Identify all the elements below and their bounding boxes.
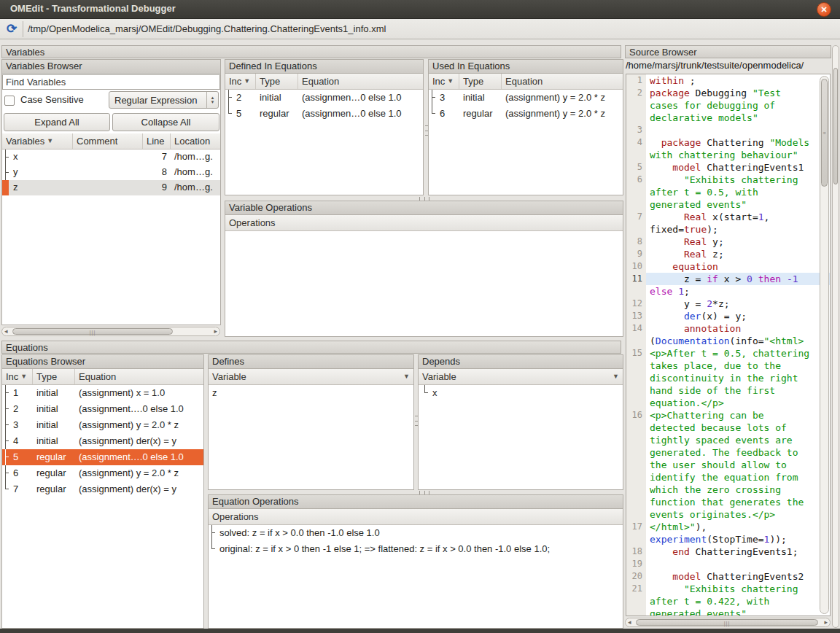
source-line: 9 Real z;	[626, 248, 830, 260]
defined-in-equations-panel: Defined In Equations Inc▼ Type Equation …	[225, 59, 424, 195]
source-line: tightly spaced events are	[626, 434, 830, 446]
defined-in-title: Defined In Equations	[225, 60, 423, 74]
source-code-area[interactable]: 1within ;2package Debugging "Testcases f…	[626, 74, 831, 616]
tree-branch-icon	[209, 525, 216, 541]
source-line: else 1;	[626, 285, 830, 298]
source-line: 2package Debugging "Test	[626, 87, 830, 99]
window-bottom-edge	[0, 629, 840, 633]
variable-operations-panel: Variable Operations Operations	[225, 201, 623, 337]
toolbar-separator	[23, 21, 23, 37]
source-line: hand side of the first	[626, 384, 830, 397]
tree-branch-icon	[2, 149, 9, 165]
variables-hscrollbar[interactable]: ◂ ||| ▸	[1, 327, 220, 336]
equations-rows: 1initial(assignment) x = 1.02initial(ass…	[2, 385, 203, 497]
source-line: generated events"	[626, 607, 830, 616]
defined-in-rows: 2initial(assignmen…0 else 1.05regular(as…	[225, 90, 423, 122]
defines-panel: Defines Variable▼ z	[208, 354, 414, 490]
source-line: generated. The feedback to	[626, 446, 830, 459]
source-line: 10 equation	[626, 260, 830, 273]
table-row[interactable]: 6regular(assignment) y = 2.0 * z	[429, 106, 623, 122]
variables-group-header: Variables	[1, 45, 621, 58]
source-hscrollbar[interactable]: ◂ ||| ▸	[625, 618, 831, 627]
defines-column-header[interactable]: Variable▼	[209, 369, 413, 385]
refresh-icon[interactable]: ⟳	[4, 21, 20, 37]
source-line: 12 y = 2*z;	[626, 298, 830, 310]
titlebar[interactable]: OMEdit - Transformational Debugger ✕	[0, 0, 840, 19]
table-row[interactable]: 6regular(assignment) y = 2.0 * z	[2, 465, 203, 481]
table-row[interactable]: 4initial(assignment) der(x) = y	[2, 433, 203, 449]
equations-column-header[interactable]: Inc▼ Type Equation	[2, 369, 203, 385]
tree-branch-icon	[2, 433, 9, 449]
case-sensitive-label[interactable]: Case Sensitive	[20, 94, 84, 105]
source-line: which the zero crossing	[626, 484, 830, 496]
source-line: identify the equation from	[626, 471, 830, 484]
depends-title: Depends	[419, 355, 623, 369]
search-mode-spinner[interactable]: Regular Expression ▲▼	[109, 91, 219, 109]
table-row[interactable]: 3initial(assignment) y = 2.0 * z	[429, 90, 623, 106]
source-line: fixed=true);	[626, 223, 830, 236]
variables-column-header[interactable]: Variables▼ Comment Line Location	[2, 133, 220, 149]
source-code-lines: 1within ;2package Debugging "Testcases f…	[626, 74, 830, 616]
equations-group-header: Equations	[1, 341, 621, 354]
spinner-arrows-icon[interactable]: ▲▼	[206, 92, 218, 108]
close-button[interactable]: ✕	[817, 2, 831, 17]
tree-branch-icon	[2, 417, 9, 433]
table-row[interactable]: z9/hom…g.	[2, 180, 220, 195]
defined-in-column-header[interactable]: Inc▼ Type Equation	[225, 74, 423, 90]
expand-all-button[interactable]: Expand All	[4, 113, 110, 131]
table-row[interactable]: z	[209, 385, 413, 401]
variable-operations-column[interactable]: Operations	[225, 215, 623, 230]
sort-arrow-icon: ▼	[612, 369, 619, 384]
tree-branch-icon	[2, 401, 9, 417]
equation-operations-column[interactable]: Operations	[209, 509, 623, 524]
collapse-all-button[interactable]: Collapse All	[112, 113, 219, 131]
source-line: after t = 0.422, with	[626, 595, 830, 607]
source-vscrollbar[interactable]: ≡	[820, 76, 829, 614]
source-line: 7 Real x(start=1,	[626, 211, 830, 223]
source-line: declarative models"	[626, 112, 830, 124]
omedit-window: OMEdit - Transformational Debugger ✕ ⟳ /…	[0, 0, 840, 633]
window-vscrollbar[interactable]	[832, 45, 839, 628]
vertical-splitter-grip[interactable]	[415, 416, 418, 426]
table-row[interactable]: 2initial(assignmen…0 else 1.0	[225, 90, 423, 106]
source-line: 17</html>"),	[626, 521, 830, 533]
source-line: cases for debugging of	[626, 99, 830, 112]
case-sensitive-checkbox[interactable]	[4, 96, 15, 106]
sort-arrow-icon: ▼	[447, 74, 454, 89]
source-line: 6 "Exhibits chattering	[626, 174, 830, 186]
find-variables-input[interactable]	[2, 74, 220, 90]
source-line: takes place, due to the	[626, 360, 830, 372]
source-line: the user should allow to	[626, 459, 830, 471]
table-row[interactable]: 5regular(assignment….0 else 1.0	[2, 449, 203, 465]
source-line: function that generates the	[626, 496, 830, 508]
source-line: 18 end ChatteringEvents1;	[626, 545, 830, 558]
table-row[interactable]: 7regular(assignment) der(x) = y	[2, 481, 203, 497]
equations-browser-panel: Equations Browser Inc▼ Type Equation 1in…	[1, 354, 204, 629]
table-row[interactable]: 3initial(assignment) y = 2.0 * z	[2, 417, 203, 433]
used-in-equations-panel: Used In Equations Inc▼ Type Equation 3in…	[428, 59, 623, 195]
tree-branch-icon	[421, 385, 429, 401]
used-in-column-header[interactable]: Inc▼ Type Equation	[429, 74, 623, 90]
source-line: 14 annotation	[626, 322, 830, 335]
tree-branch-icon	[209, 541, 216, 557]
vertical-splitter-grip[interactable]	[425, 125, 428, 136]
source-line: 16<p>Chattering can be	[626, 409, 830, 422]
source-line: detected because lots of	[626, 422, 830, 434]
source-line: 5 model ChatteringEvents1	[626, 161, 830, 174]
table-row[interactable]: 1initial(assignment) x = 1.0	[2, 385, 203, 401]
table-row[interactable]: x7/hom…g.	[2, 149, 220, 165]
table-row[interactable]: original: z = if x > 0 then -1 else 1; =…	[209, 541, 623, 557]
equation-operations-panel: Equation Operations Operations solved: z…	[208, 494, 623, 629]
table-row[interactable]: x	[419, 385, 623, 401]
source-line: with chattering behaviour"	[626, 149, 830, 161]
source-line: (Documentation(info="<html>	[626, 335, 830, 347]
table-row[interactable]: 5regular(assignmen…0 else 1.0	[225, 106, 423, 122]
depends-column-header[interactable]: Variable▼	[419, 369, 623, 385]
source-line: 3	[626, 124, 830, 136]
table-row[interactable]: 2initial(assignment….0 else 1.0	[2, 401, 203, 417]
table-row[interactable]: y8/hom…g.	[2, 165, 220, 180]
tree-branch-icon	[2, 165, 9, 180]
table-row[interactable]: solved: z = if x > 0.0 then -1.0 else 1.…	[209, 525, 623, 541]
source-line: equation.</p>	[626, 397, 830, 409]
source-line: 1within ;	[626, 74, 830, 87]
